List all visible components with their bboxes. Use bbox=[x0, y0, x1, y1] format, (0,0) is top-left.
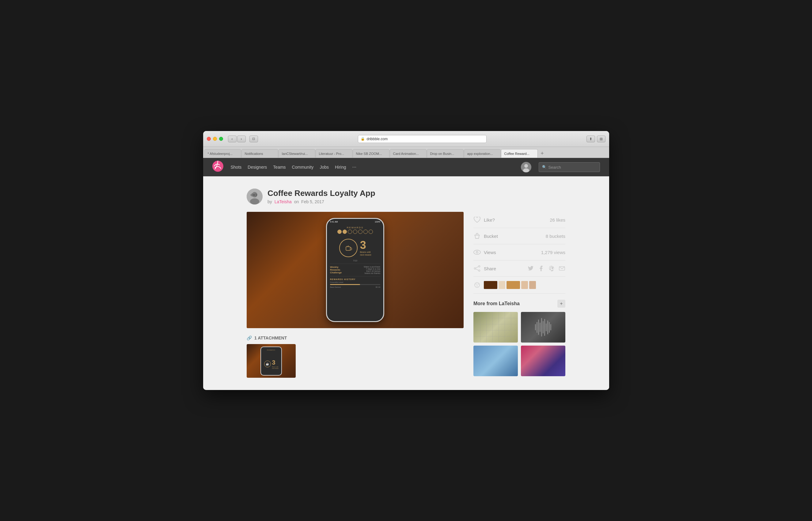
reward-dot-1 bbox=[337, 230, 342, 234]
tab-app-exploration[interactable]: app exploration... bbox=[464, 149, 501, 158]
swatch-1[interactable] bbox=[484, 281, 497, 289]
shot-date: Feb 5, 2017 bbox=[301, 199, 324, 204]
shot-columns: 9:41 AM 100% REWARDS bbox=[247, 212, 565, 378]
back-button[interactable]: ‹ bbox=[228, 136, 237, 142]
maximize-button[interactable] bbox=[219, 137, 223, 141]
phone-mockup: 9:41 AM 100% REWARDS bbox=[326, 218, 384, 322]
like-action: Like? 26 likes bbox=[473, 212, 565, 228]
tab-drop[interactable]: Drop on Busin... bbox=[427, 149, 464, 158]
challenge-right-3: Earn 10 bonus bbox=[364, 270, 380, 272]
twitter-share-icon[interactable] bbox=[527, 265, 534, 272]
tab-literatuur[interactable]: Literatuur - Pro... bbox=[316, 149, 352, 158]
phone-app-body: 3 Beans untilnext reward 7/10 bbox=[327, 236, 383, 321]
tab-ianc[interactable]: IanCStewart/rui... bbox=[279, 149, 315, 158]
more-from-grid bbox=[473, 312, 565, 376]
mini-body: ☕ 3 Beans untilnext reward bbox=[261, 353, 281, 375]
author-avatar[interactable] bbox=[247, 188, 263, 204]
mac-window: ‹ › ⊡ 🔒 dribbble.com ⬆ ⊞ * Afstudeerproj… bbox=[203, 131, 609, 390]
nav-designers[interactable]: Designers bbox=[248, 165, 267, 169]
nav-community[interactable]: Community bbox=[292, 165, 314, 169]
shot-sidebar: Like? 26 likes bbox=[473, 212, 565, 376]
reward-dot-6 bbox=[363, 230, 368, 234]
share-label: Share bbox=[484, 266, 496, 271]
views-count: 1,279 views bbox=[541, 250, 565, 255]
more-from-add-button[interactable]: + bbox=[557, 300, 565, 308]
nav-shots[interactable]: Shots bbox=[231, 165, 242, 169]
pinterest-share-icon[interactable] bbox=[548, 265, 555, 272]
facebook-share-icon[interactable] bbox=[538, 265, 544, 272]
swatch-3[interactable] bbox=[507, 281, 520, 289]
phone-history-title: REWARDS HISTORY bbox=[330, 278, 380, 280]
svg-point-2 bbox=[524, 164, 528, 168]
url-text: dribbble.com bbox=[367, 137, 388, 141]
phone-app-header: REWARDS bbox=[327, 224, 383, 236]
tab-nike[interactable]: Nike SB ZOOM... bbox=[353, 149, 389, 158]
phone-history-row-1: Bean Earned $5.39 bbox=[330, 286, 380, 288]
attachment-thumbnail[interactable]: REWARDS ☕ 3 Beans untilnext reward bbox=[247, 344, 296, 378]
more-from-title: More from LaTeisha bbox=[473, 301, 520, 307]
swatch-5[interactable] bbox=[529, 281, 536, 289]
history-row1-right: $5.39 bbox=[376, 286, 380, 288]
email-share-icon[interactable] bbox=[559, 265, 565, 272]
shot-main-image: 9:41 AM 100% REWARDS bbox=[247, 212, 464, 328]
phone-screen: 9:41 AM 100% REWARDS bbox=[327, 219, 383, 321]
phone-weekly-section: WeeklyRewardsChallenge Make a purchase 7… bbox=[330, 264, 380, 276]
mini-circle: ☕ bbox=[264, 361, 271, 367]
search-box[interactable]: 🔍 Search bbox=[539, 162, 600, 172]
phone-history-level: Ground(s) Level bbox=[330, 281, 380, 283]
address-bar[interactable]: 🔒 dribbble.com bbox=[358, 135, 487, 143]
views-action: Views 1,279 views bbox=[473, 244, 565, 260]
phone-history-section: REWARDS HISTORY Ground(s) Level Bean Ear… bbox=[330, 276, 380, 291]
reader-button[interactable]: ⊡ bbox=[250, 136, 258, 142]
more-from-thumb-2[interactable] bbox=[521, 312, 565, 342]
svg-point-21 bbox=[475, 282, 479, 288]
rewards-dots bbox=[330, 230, 380, 234]
shot-title: Coffee Rewards Loyalty App bbox=[268, 188, 376, 198]
waveform bbox=[535, 318, 551, 336]
tab-coffee-reward[interactable]: Coffee Reward... bbox=[501, 149, 538, 158]
tab-card[interactable]: Card Animation... bbox=[390, 149, 427, 158]
sidebar-toggle-button[interactable]: ⊞ bbox=[597, 136, 605, 142]
nav-more-button[interactable]: ··· bbox=[352, 164, 356, 170]
nav-hiring[interactable]: Hiring bbox=[335, 165, 346, 169]
eye-icon bbox=[473, 249, 481, 256]
more-from-thumb-1[interactable] bbox=[473, 312, 518, 342]
phone-status-bar: 9:41 AM 100% bbox=[327, 219, 383, 224]
views-label: Views bbox=[484, 250, 496, 255]
dribbble-logo[interactable] bbox=[212, 161, 223, 174]
attachment-title-row: 🔗 1 ATTACHMENT bbox=[247, 336, 464, 340]
like-label: Like? bbox=[484, 217, 495, 223]
shot-title-area: Coffee Rewards Loyalty App by LaTeisha o… bbox=[268, 188, 376, 204]
user-avatar[interactable] bbox=[521, 162, 531, 172]
beans-display: 3 Beans untilnext reward bbox=[339, 239, 371, 257]
svg-line-19 bbox=[475, 267, 478, 268]
nav-teams[interactable]: Teams bbox=[273, 165, 285, 169]
svg-rect-25 bbox=[474, 312, 517, 342]
beans-number: 3 bbox=[360, 240, 371, 251]
author-link[interactable]: LaTeisha bbox=[275, 199, 292, 204]
close-button[interactable] bbox=[207, 137, 211, 141]
new-tab-button[interactable]: + bbox=[538, 149, 547, 158]
beans-circle bbox=[339, 239, 358, 257]
share-icon bbox=[473, 265, 481, 272]
swatch-2[interactable] bbox=[498, 281, 505, 289]
svg-line-18 bbox=[475, 269, 478, 270]
mini-number: 3 bbox=[272, 359, 279, 366]
swatch-4[interactable] bbox=[521, 281, 528, 289]
tab-notifications[interactable]: Notifications bbox=[241, 149, 278, 158]
like-button[interactable]: Like? bbox=[473, 216, 495, 224]
more-from-thumb-4[interactable] bbox=[521, 346, 565, 376]
nav-jobs[interactable]: Jobs bbox=[320, 165, 329, 169]
byline-by: by bbox=[268, 199, 272, 204]
forward-button[interactable]: › bbox=[237, 136, 246, 142]
share-browser-button[interactable]: ⬆ bbox=[586, 136, 595, 142]
shot-left: 9:41 AM 100% REWARDS bbox=[247, 212, 464, 378]
bucket-button[interactable]: Bucket bbox=[473, 232, 498, 240]
svg-point-14 bbox=[476, 251, 478, 253]
svg-point-24 bbox=[477, 286, 478, 287]
more-from-thumb-3[interactable] bbox=[473, 346, 518, 376]
svg-point-17 bbox=[478, 270, 480, 272]
tab-afstudeer[interactable]: * Afstudeerproj... bbox=[205, 149, 241, 158]
title-bar: ‹ › ⊡ 🔒 dribbble.com ⬆ ⊞ bbox=[203, 131, 609, 147]
minimize-button[interactable] bbox=[213, 137, 217, 141]
